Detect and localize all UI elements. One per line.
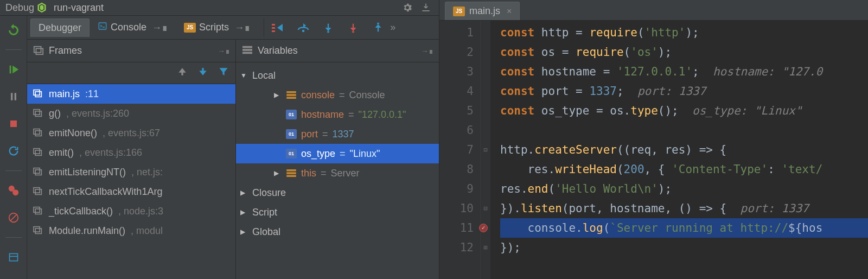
stack-frame-icon	[33, 226, 43, 236]
fold-marker[interactable]	[481, 121, 490, 140]
tab-console[interactable]: Console →∎	[90, 18, 176, 37]
variables-tree: ▼Local▶console = Console01hostname = "12…	[236, 62, 439, 279]
code-line: const port = 1337; port: 1337	[500, 81, 868, 101]
tab-debugger[interactable]: Debugger	[30, 18, 90, 37]
pin-icon[interactable]: →∎	[421, 47, 433, 55]
frame-location: , modul	[131, 225, 163, 237]
line-number[interactable]: 3	[439, 62, 474, 81]
scope-row[interactable]: ▶Script	[236, 202, 439, 222]
variable-row[interactable]: 01hostname = "127.0.0.1"	[236, 105, 439, 124]
settings-icon[interactable]	[400, 0, 415, 15]
editor-body[interactable]: 123456789101112 ⊟⊟⊞ const http = require…	[439, 21, 868, 279]
scope-row[interactable]: ▶Closure	[236, 183, 439, 202]
scope-row[interactable]: ▶Global	[236, 222, 439, 242]
breakpoint-icon[interactable]	[479, 224, 488, 232]
frame-row[interactable]: _tickCallback(), node.js:3	[27, 201, 235, 221]
frame-row[interactable]: Module.runMain(), modul	[27, 221, 235, 240]
fold-marker[interactable]	[481, 42, 490, 62]
equals-sign: =	[339, 90, 345, 101]
editor-tab-main-js[interactable]: JS main.js ×	[445, 2, 520, 20]
tab-debugger-label: Debugger	[39, 22, 81, 34]
frames-icon	[33, 45, 44, 57]
frames-list: main.js:11 g(), events.js:260 emitNone()…	[27, 84, 235, 279]
mute-breakpoints-icon[interactable]	[5, 209, 22, 226]
frame-down-icon[interactable]	[197, 66, 208, 80]
code-line: res.end('Hello World\n');	[500, 179, 868, 199]
download-icon[interactable]	[418, 0, 433, 15]
svg-rect-30	[35, 209, 41, 214]
layout-icon[interactable]	[5, 249, 22, 266]
line-number[interactable]: 5	[439, 101, 474, 121]
force-step-into-icon[interactable]	[346, 20, 361, 35]
frame-up-icon[interactable]	[177, 66, 188, 80]
stack-frame-icon	[33, 187, 43, 196]
fold-marker[interactable]: ⊟	[481, 199, 490, 218]
frame-row[interactable]: g(), events.js:260	[27, 104, 235, 123]
frames-header: Frames →∎	[27, 40, 235, 62]
line-number[interactable]: 4	[439, 81, 474, 101]
chevron-right-icon: ▶	[240, 228, 248, 236]
frame-function: main.js	[49, 88, 80, 100]
line-number[interactable]: 11	[439, 218, 474, 238]
resume-icon[interactable]	[5, 61, 22, 78]
pin-icon[interactable]: →∎	[218, 47, 230, 55]
fold-marker[interactable]	[481, 101, 490, 121]
svg-rect-37	[286, 94, 296, 96]
svg-rect-5	[9, 253, 17, 261]
variable-row[interactable]: 01port = 1337	[236, 124, 439, 144]
more-settings-icon[interactable]	[5, 276, 22, 279]
code-area[interactable]: const http = require('http');const os = …	[490, 21, 868, 279]
frame-row[interactable]: emit(), events.js:166	[27, 143, 235, 162]
svg-rect-29	[34, 207, 40, 213]
more-icon[interactable]: »	[390, 22, 395, 33]
line-number[interactable]: 10	[439, 199, 474, 218]
filter-icon[interactable]	[218, 66, 229, 80]
step-into-icon[interactable]	[321, 20, 336, 35]
frame-row[interactable]: emitListeningNT(), net.js:	[27, 162, 235, 182]
rerun-icon[interactable]	[5, 21, 22, 39]
tab-scripts[interactable]: JS Scripts →∎	[176, 18, 258, 37]
close-icon[interactable]: ×	[507, 7, 512, 16]
fold-column[interactable]: ⊟⊟⊞	[481, 21, 490, 279]
run-config-name: run-vagrant	[54, 2, 104, 14]
line-number[interactable]: 2	[439, 42, 474, 62]
line-number[interactable]: 6	[439, 121, 474, 140]
gutter[interactable]: 123456789101112	[439, 21, 481, 279]
variable-row[interactable]: 01os_type = "Linux"	[236, 144, 439, 163]
svg-rect-11	[302, 30, 304, 32]
variable-row[interactable]: ▶this = Server	[236, 163, 439, 183]
step-over-icon[interactable]	[296, 20, 311, 35]
line-number[interactable]: 12	[439, 238, 474, 257]
restart-icon[interactable]	[5, 142, 22, 160]
fold-marker[interactable]: ⊞	[481, 238, 490, 257]
stop-icon[interactable]	[5, 115, 22, 132]
chevron-right-icon: ▶	[240, 208, 248, 216]
line-number[interactable]: 8	[439, 160, 474, 179]
variable-name: console	[301, 90, 335, 101]
fold-marker[interactable]	[481, 179, 490, 199]
show-exec-point-icon[interactable]	[271, 20, 286, 35]
line-number[interactable]: 9	[439, 179, 474, 199]
fold-marker[interactable]	[481, 160, 490, 179]
line-number[interactable]: 1	[439, 23, 474, 42]
tab-console-label: Console	[111, 22, 146, 33]
variable-row[interactable]: ▶console = Console	[236, 85, 439, 105]
fold-marker[interactable]	[481, 23, 490, 42]
frame-row[interactable]: emitNone(), events.js:67	[27, 123, 235, 143]
equals-sign: =	[321, 168, 327, 179]
frame-row[interactable]: nextTickCallbackWith1Arg	[27, 182, 235, 201]
fold-marker[interactable]: ⊟	[481, 140, 490, 160]
svg-rect-20	[35, 111, 41, 117]
fold-marker[interactable]	[481, 62, 490, 81]
stack-frame-icon	[33, 167, 43, 177]
svg-rect-12	[327, 31, 329, 33]
frame-row[interactable]: main.js:11	[27, 84, 235, 104]
pause-icon[interactable]	[5, 88, 22, 105]
step-out-icon[interactable]	[371, 20, 386, 35]
svg-rect-28	[35, 189, 41, 195]
fold-marker[interactable]	[481, 81, 490, 101]
frames-pane: Frames →∎ main.js:11 g(), events.js:260 …	[27, 40, 236, 279]
breakpoints-icon[interactable]	[5, 182, 22, 199]
line-number[interactable]: 7	[439, 140, 474, 160]
scope-row[interactable]: ▼Local	[236, 66, 439, 85]
